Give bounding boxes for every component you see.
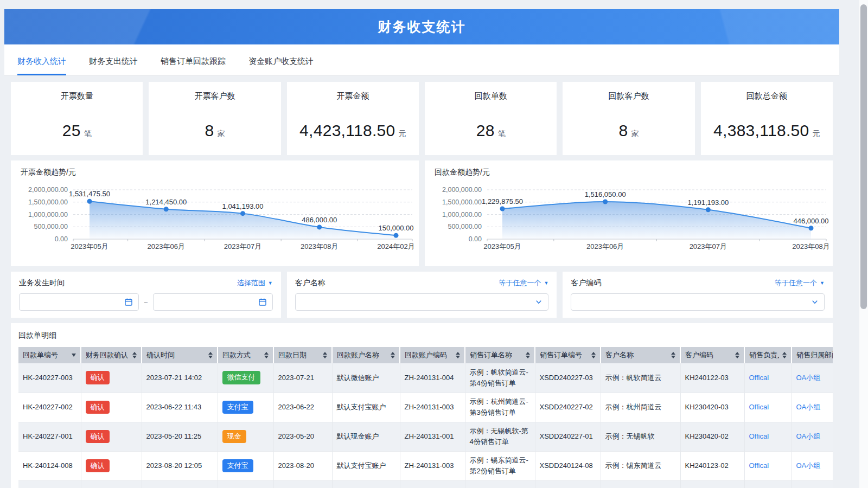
column-sort-icon[interactable] bbox=[522, 352, 530, 358]
cell-sales_owner[interactable]: Offical bbox=[744, 451, 792, 480]
svg-text:2,000,000.00: 2,000,000.00 bbox=[442, 186, 482, 194]
cell-code: HK-240227-001 bbox=[18, 422, 81, 451]
cell-sales_owner[interactable]: Offical bbox=[744, 363, 792, 393]
date-end-input[interactable] bbox=[153, 293, 273, 311]
customer-code-select[interactable] bbox=[571, 293, 825, 311]
cell-link[interactable]: Offical bbox=[749, 374, 769, 382]
chevron-down-icon bbox=[535, 298, 542, 306]
cell-sales_owner[interactable]: Offical bbox=[744, 393, 792, 422]
filter-customer-code-label: 客户编码 bbox=[571, 278, 601, 288]
cell-account_name: 默认支付宝账户 bbox=[332, 451, 400, 480]
column-sort-icon[interactable] bbox=[205, 352, 213, 358]
svg-text:2023年07月: 2023年07月 bbox=[224, 242, 261, 251]
table-header-row: 回款单编号财务回款确认确认时间回款方式回款日期回款账户名称回款账户编码销售订单名… bbox=[18, 347, 833, 363]
tab-2[interactable]: 财务支出统计 bbox=[89, 56, 138, 75]
filter-customer-code-mode-dropdown[interactable]: 等于任意一个 ▼ bbox=[775, 278, 825, 288]
cell-date: 2023-07-21 bbox=[273, 363, 332, 393]
stat-label: 回款总金额 bbox=[701, 91, 833, 101]
customer-name-select[interactable] bbox=[295, 293, 549, 311]
column-sort-icon[interactable] bbox=[129, 352, 137, 358]
cell-order_name: 示例：杭州简道云-第3份销售订单 bbox=[465, 393, 535, 422]
cell-account_code bbox=[400, 480, 465, 488]
column-sort-icon[interactable] bbox=[732, 352, 739, 358]
sort-desc-icon bbox=[735, 356, 739, 358]
cell-customer_code: KH240122-03 bbox=[680, 363, 744, 393]
column-header-order_code[interactable]: 销售订单编号 bbox=[535, 347, 601, 363]
filter-mode-text: 等于任意一个 bbox=[775, 278, 817, 288]
column-header-inner: 回款日期 bbox=[278, 350, 327, 360]
stat-label: 开票金额 bbox=[287, 91, 419, 101]
column-header-inner: 回款方式 bbox=[222, 350, 269, 360]
filter-business-time-mode-dropdown[interactable]: 选择范围 ▼ bbox=[237, 278, 273, 288]
stat-value: 25笔 bbox=[11, 121, 143, 140]
cell-code: HK-240227-002 bbox=[18, 393, 81, 422]
cell-date bbox=[273, 480, 332, 488]
column-sort-icon[interactable] bbox=[452, 352, 460, 358]
column-filter-icon[interactable] bbox=[72, 354, 76, 357]
column-header-order_name[interactable]: 销售订单名称 bbox=[465, 347, 535, 363]
page-scrollbar-thumb[interactable] bbox=[860, 4, 867, 309]
cell-sales_dept[interactable]: OA小组 bbox=[792, 393, 833, 422]
cell-customer_code: KH230420-03 bbox=[680, 393, 744, 422]
cell-customer_name: 示例：无锡帆软 bbox=[601, 422, 680, 451]
column-header-sales_dept[interactable]: 销售归属部门 bbox=[792, 347, 833, 363]
stat-value: 8家 bbox=[563, 121, 694, 140]
column-header-customer_name[interactable]: 客户名称 bbox=[601, 347, 680, 363]
cell-link[interactable]: Offical bbox=[749, 461, 769, 470]
sort-asc-icon bbox=[264, 352, 269, 355]
svg-text:500,000.00: 500,000.00 bbox=[34, 223, 68, 230]
cell-confirm_time bbox=[142, 480, 218, 488]
stat-card-3: 开票金额4,423,118.50元 bbox=[287, 82, 419, 155]
tab-3[interactable]: 销售订单回款跟踪 bbox=[161, 56, 226, 75]
filter-business-time: 业务发生时间 选择范围 ▼ ~ bbox=[11, 272, 281, 318]
column-header-code[interactable]: 回款单编号 bbox=[18, 347, 81, 363]
column-header-confirm_time[interactable]: 确认时间 bbox=[142, 347, 218, 363]
date-start-input[interactable] bbox=[19, 293, 139, 311]
column-sort-icon[interactable] bbox=[668, 352, 675, 358]
column-header-sales_owner[interactable]: 销售负责人 bbox=[744, 347, 792, 363]
status-badge: 支付宝 bbox=[222, 401, 253, 414]
sort-desc-icon bbox=[132, 356, 137, 358]
column-header-confirm[interactable]: 财务回款确认 bbox=[81, 347, 142, 363]
cell-link[interactable]: Offical bbox=[749, 432, 769, 440]
cell-link[interactable]: OA小组 bbox=[796, 374, 821, 382]
table-row-2: HK-240227-002确认2023-06-22 11:43支付宝2023-0… bbox=[18, 393, 833, 422]
tab-1[interactable]: 财务收入统计 bbox=[17, 56, 66, 75]
stat-number: 4,383,118.50 bbox=[713, 121, 809, 139]
column-header-account_code[interactable]: 回款账户编码 bbox=[400, 347, 465, 363]
filter-customer-code: 客户编码 等于任意一个 ▼ bbox=[563, 272, 833, 318]
column-header-customer_code[interactable]: 客户编码 bbox=[680, 347, 744, 363]
stat-value: 4,423,118.50元 bbox=[287, 121, 419, 140]
column-sort-icon[interactable] bbox=[320, 352, 327, 358]
cell-account_code: ZH-240131-003 bbox=[400, 393, 465, 422]
svg-text:1,041,193.00: 1,041,193.00 bbox=[222, 202, 264, 210]
chart-title: 开票金额趋势/元 bbox=[21, 168, 76, 177]
column-header-method[interactable]: 回款方式 bbox=[218, 347, 273, 363]
filter-customer-name-mode-dropdown[interactable]: 等于任意一个 ▼ bbox=[499, 278, 548, 288]
cell-link[interactable]: OA小组 bbox=[796, 461, 821, 470]
cell-link[interactable]: OA小组 bbox=[796, 432, 821, 440]
tab-4[interactable]: 资金账户收支统计 bbox=[248, 56, 314, 75]
caret-down-icon: ▼ bbox=[544, 281, 548, 286]
cell-sales_dept[interactable]: OA小组 bbox=[792, 363, 833, 393]
column-header-inner: 销售负责人 bbox=[749, 350, 787, 360]
column-sort-icon[interactable] bbox=[261, 352, 269, 358]
stat-value: 8家 bbox=[149, 121, 280, 140]
cell-sales_owner[interactable]: Offical bbox=[744, 422, 792, 451]
column-sort-icon[interactable] bbox=[779, 352, 787, 358]
cell-sales_dept[interactable]: OA小组 bbox=[792, 422, 833, 451]
sort-desc-icon bbox=[782, 356, 787, 358]
chevron-down-icon bbox=[811, 298, 819, 306]
cell-link[interactable]: OA小组 bbox=[796, 403, 821, 411]
column-header-account_name[interactable]: 回款账户名称 bbox=[332, 347, 400, 363]
cell-code bbox=[18, 480, 81, 488]
cell-sales_dept[interactable]: OA小组 bbox=[792, 451, 833, 480]
column-header-date[interactable]: 回款日期 bbox=[273, 347, 332, 363]
cell-link[interactable]: Offical bbox=[749, 403, 769, 411]
table-row-4: HK-240124-008确认2023-08-20 12:05支付宝2023-0… bbox=[18, 451, 833, 480]
column-sort-icon[interactable] bbox=[387, 352, 395, 358]
svg-text:1,000,000.00: 1,000,000.00 bbox=[28, 211, 68, 219]
column-header-inner: 客户名称 bbox=[605, 350, 675, 360]
dashboard-page: 财务收支统计 财务收入统计财务支出统计销售订单回款跟踪资金账户收支统计 开票数量… bbox=[0, 0, 868, 488]
column-sort-icon[interactable] bbox=[588, 352, 596, 358]
